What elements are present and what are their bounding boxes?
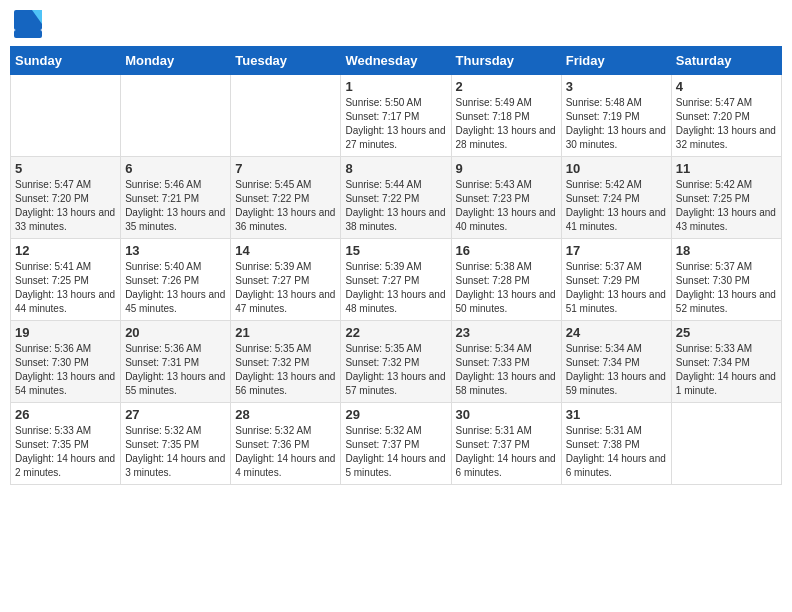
cell-info: Sunrise: 5:48 AM Sunset: 7:19 PM Dayligh… <box>566 96 667 152</box>
calendar-cell: 17Sunrise: 5:37 AM Sunset: 7:29 PM Dayli… <box>561 239 671 321</box>
cell-date-number: 17 <box>566 243 667 258</box>
cell-date-number: 6 <box>125 161 226 176</box>
calendar-cell: 2Sunrise: 5:49 AM Sunset: 7:18 PM Daylig… <box>451 75 561 157</box>
cell-date-number: 8 <box>345 161 446 176</box>
cell-date-number: 30 <box>456 407 557 422</box>
cell-date-number: 4 <box>676 79 777 94</box>
cell-date-number: 9 <box>456 161 557 176</box>
calendar-cell: 28Sunrise: 5:32 AM Sunset: 7:36 PM Dayli… <box>231 403 341 485</box>
cell-info: Sunrise: 5:33 AM Sunset: 7:34 PM Dayligh… <box>676 342 777 398</box>
calendar-cell: 23Sunrise: 5:34 AM Sunset: 7:33 PM Dayli… <box>451 321 561 403</box>
cell-info: Sunrise: 5:39 AM Sunset: 7:27 PM Dayligh… <box>235 260 336 316</box>
calendar-cell: 14Sunrise: 5:39 AM Sunset: 7:27 PM Dayli… <box>231 239 341 321</box>
calendar-cell: 12Sunrise: 5:41 AM Sunset: 7:25 PM Dayli… <box>11 239 121 321</box>
calendar-cell: 19Sunrise: 5:36 AM Sunset: 7:30 PM Dayli… <box>11 321 121 403</box>
cell-info: Sunrise: 5:42 AM Sunset: 7:24 PM Dayligh… <box>566 178 667 234</box>
calendar-cell: 22Sunrise: 5:35 AM Sunset: 7:32 PM Dayli… <box>341 321 451 403</box>
cell-info: Sunrise: 5:31 AM Sunset: 7:37 PM Dayligh… <box>456 424 557 480</box>
calendar-cell: 31Sunrise: 5:31 AM Sunset: 7:38 PM Dayli… <box>561 403 671 485</box>
cell-date-number: 22 <box>345 325 446 340</box>
svg-rect-2 <box>14 30 42 38</box>
cell-info: Sunrise: 5:49 AM Sunset: 7:18 PM Dayligh… <box>456 96 557 152</box>
calendar-week-row: 19Sunrise: 5:36 AM Sunset: 7:30 PM Dayli… <box>11 321 782 403</box>
cell-date-number: 2 <box>456 79 557 94</box>
cell-date-number: 23 <box>456 325 557 340</box>
calendar-cell: 8Sunrise: 5:44 AM Sunset: 7:22 PM Daylig… <box>341 157 451 239</box>
cell-date-number: 5 <box>15 161 116 176</box>
cell-date-number: 19 <box>15 325 116 340</box>
header-day-saturday: Saturday <box>671 47 781 75</box>
cell-info: Sunrise: 5:35 AM Sunset: 7:32 PM Dayligh… <box>345 342 446 398</box>
cell-date-number: 24 <box>566 325 667 340</box>
header-day-monday: Monday <box>121 47 231 75</box>
cell-info: Sunrise: 5:37 AM Sunset: 7:29 PM Dayligh… <box>566 260 667 316</box>
header-day-wednesday: Wednesday <box>341 47 451 75</box>
cell-info: Sunrise: 5:50 AM Sunset: 7:17 PM Dayligh… <box>345 96 446 152</box>
calendar-cell <box>121 75 231 157</box>
calendar-week-row: 5Sunrise: 5:47 AM Sunset: 7:20 PM Daylig… <box>11 157 782 239</box>
cell-date-number: 12 <box>15 243 116 258</box>
calendar-cell: 11Sunrise: 5:42 AM Sunset: 7:25 PM Dayli… <box>671 157 781 239</box>
cell-info: Sunrise: 5:47 AM Sunset: 7:20 PM Dayligh… <box>676 96 777 152</box>
cell-info: Sunrise: 5:31 AM Sunset: 7:38 PM Dayligh… <box>566 424 667 480</box>
calendar-cell: 15Sunrise: 5:39 AM Sunset: 7:27 PM Dayli… <box>341 239 451 321</box>
calendar-cell: 20Sunrise: 5:36 AM Sunset: 7:31 PM Dayli… <box>121 321 231 403</box>
calendar-cell: 25Sunrise: 5:33 AM Sunset: 7:34 PM Dayli… <box>671 321 781 403</box>
header-day-thursday: Thursday <box>451 47 561 75</box>
cell-info: Sunrise: 5:34 AM Sunset: 7:33 PM Dayligh… <box>456 342 557 398</box>
cell-info: Sunrise: 5:39 AM Sunset: 7:27 PM Dayligh… <box>345 260 446 316</box>
cell-info: Sunrise: 5:44 AM Sunset: 7:22 PM Dayligh… <box>345 178 446 234</box>
cell-date-number: 31 <box>566 407 667 422</box>
cell-date-number: 20 <box>125 325 226 340</box>
calendar-cell: 18Sunrise: 5:37 AM Sunset: 7:30 PM Dayli… <box>671 239 781 321</box>
cell-date-number: 7 <box>235 161 336 176</box>
header-day-tuesday: Tuesday <box>231 47 341 75</box>
cell-info: Sunrise: 5:38 AM Sunset: 7:28 PM Dayligh… <box>456 260 557 316</box>
calendar-cell: 10Sunrise: 5:42 AM Sunset: 7:24 PM Dayli… <box>561 157 671 239</box>
cell-info: Sunrise: 5:32 AM Sunset: 7:36 PM Dayligh… <box>235 424 336 480</box>
cell-info: Sunrise: 5:47 AM Sunset: 7:20 PM Dayligh… <box>15 178 116 234</box>
calendar-week-row: 1Sunrise: 5:50 AM Sunset: 7:17 PM Daylig… <box>11 75 782 157</box>
calendar-table: SundayMondayTuesdayWednesdayThursdayFrid… <box>10 46 782 485</box>
cell-date-number: 25 <box>676 325 777 340</box>
calendar-cell: 9Sunrise: 5:43 AM Sunset: 7:23 PM Daylig… <box>451 157 561 239</box>
calendar-week-row: 26Sunrise: 5:33 AM Sunset: 7:35 PM Dayli… <box>11 403 782 485</box>
logo <box>14 10 44 38</box>
cell-info: Sunrise: 5:46 AM Sunset: 7:21 PM Dayligh… <box>125 178 226 234</box>
cell-date-number: 16 <box>456 243 557 258</box>
cell-info: Sunrise: 5:36 AM Sunset: 7:30 PM Dayligh… <box>15 342 116 398</box>
calendar-week-row: 12Sunrise: 5:41 AM Sunset: 7:25 PM Dayli… <box>11 239 782 321</box>
cell-info: Sunrise: 5:35 AM Sunset: 7:32 PM Dayligh… <box>235 342 336 398</box>
cell-date-number: 28 <box>235 407 336 422</box>
cell-date-number: 13 <box>125 243 226 258</box>
cell-date-number: 3 <box>566 79 667 94</box>
calendar-cell: 24Sunrise: 5:34 AM Sunset: 7:34 PM Dayli… <box>561 321 671 403</box>
cell-date-number: 10 <box>566 161 667 176</box>
calendar-cell: 21Sunrise: 5:35 AM Sunset: 7:32 PM Dayli… <box>231 321 341 403</box>
cell-date-number: 15 <box>345 243 446 258</box>
calendar-cell: 27Sunrise: 5:32 AM Sunset: 7:35 PM Dayli… <box>121 403 231 485</box>
header-day-sunday: Sunday <box>11 47 121 75</box>
header-day-friday: Friday <box>561 47 671 75</box>
page-header <box>10 10 782 38</box>
calendar-cell <box>671 403 781 485</box>
calendar-cell: 29Sunrise: 5:32 AM Sunset: 7:37 PM Dayli… <box>341 403 451 485</box>
calendar-cell: 1Sunrise: 5:50 AM Sunset: 7:17 PM Daylig… <box>341 75 451 157</box>
calendar-cell: 13Sunrise: 5:40 AM Sunset: 7:26 PM Dayli… <box>121 239 231 321</box>
calendar-cell: 4Sunrise: 5:47 AM Sunset: 7:20 PM Daylig… <box>671 75 781 157</box>
cell-info: Sunrise: 5:43 AM Sunset: 7:23 PM Dayligh… <box>456 178 557 234</box>
cell-date-number: 29 <box>345 407 446 422</box>
cell-date-number: 21 <box>235 325 336 340</box>
calendar-cell: 7Sunrise: 5:45 AM Sunset: 7:22 PM Daylig… <box>231 157 341 239</box>
cell-info: Sunrise: 5:37 AM Sunset: 7:30 PM Dayligh… <box>676 260 777 316</box>
cell-date-number: 11 <box>676 161 777 176</box>
cell-date-number: 27 <box>125 407 226 422</box>
cell-info: Sunrise: 5:33 AM Sunset: 7:35 PM Dayligh… <box>15 424 116 480</box>
cell-info: Sunrise: 5:32 AM Sunset: 7:35 PM Dayligh… <box>125 424 226 480</box>
calendar-cell: 3Sunrise: 5:48 AM Sunset: 7:19 PM Daylig… <box>561 75 671 157</box>
calendar-cell: 16Sunrise: 5:38 AM Sunset: 7:28 PM Dayli… <box>451 239 561 321</box>
cell-info: Sunrise: 5:32 AM Sunset: 7:37 PM Dayligh… <box>345 424 446 480</box>
cell-date-number: 26 <box>15 407 116 422</box>
cell-date-number: 1 <box>345 79 446 94</box>
calendar-header-row: SundayMondayTuesdayWednesdayThursdayFrid… <box>11 47 782 75</box>
